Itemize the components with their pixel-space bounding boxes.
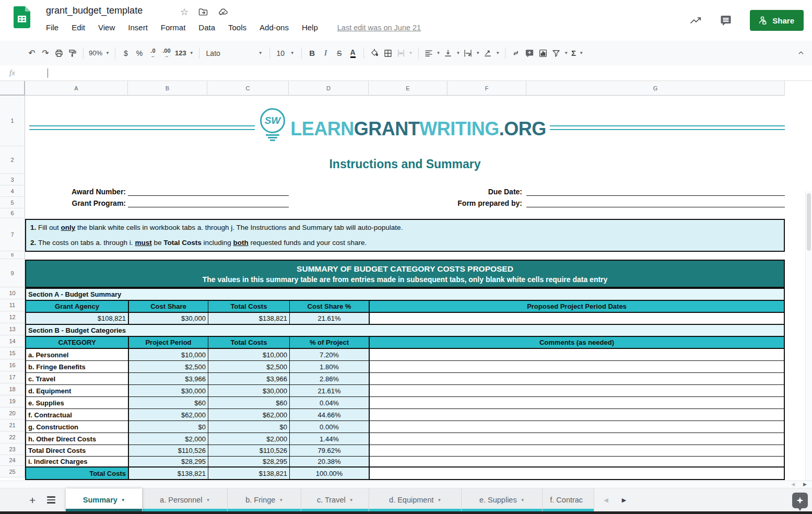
tab-supplies[interactable]: e. Supplies▼: [462, 488, 543, 511]
italic-button[interactable]: I: [319, 46, 333, 60]
tab-menu-icon[interactable]: ▼: [279, 498, 283, 503]
increase-decimal-button[interactable]: .00→: [160, 46, 173, 60]
row-header[interactable]: 23: [0, 443, 25, 455]
header-cost-share[interactable]: Cost Share: [129, 301, 208, 312]
explore-button[interactable]: [792, 493, 808, 508]
project-period-cell[interactable]: $3,966: [129, 373, 208, 384]
row-header[interactable]: 16: [0, 359, 25, 371]
total-costs-value[interactable]: $138,821: [208, 313, 290, 324]
project-period-cell[interactable]: $2,000: [129, 433, 208, 445]
row-header[interactable]: 9: [0, 259, 25, 287]
comment-cell[interactable]: [370, 421, 784, 433]
font-select[interactable]: Lato▼: [203, 46, 266, 60]
menu-help[interactable]: Help: [302, 23, 318, 32]
decrease-decimal-button[interactable]: .0←: [146, 46, 160, 60]
pct-cell[interactable]: 79.62%: [290, 445, 370, 456]
tab-travel[interactable]: c. Travel▼: [301, 488, 369, 511]
category-cell[interactable]: g. Construction: [26, 421, 129, 433]
row-header[interactable]: 5: [0, 197, 25, 208]
comment-cell[interactable]: [370, 397, 784, 408]
fill-color-button[interactable]: [368, 46, 381, 60]
horizontal-scrollbar[interactable]: ◀ ▶: [0, 481, 812, 488]
share-button[interactable]: Share: [750, 10, 804, 31]
menu-data[interactable]: Data: [198, 23, 215, 32]
font-size-select[interactable]: 10▼: [274, 46, 298, 60]
tab-contractual[interactable]: f. Contrac: [543, 488, 594, 511]
category-cell[interactable]: i. Indirect Charges: [26, 457, 129, 466]
tab-menu-icon[interactable]: ▼: [206, 498, 210, 503]
tab-equipment[interactable]: d. Equipment▼: [369, 488, 462, 511]
pct-cell[interactable]: 7.20%: [290, 349, 370, 360]
all-sheets-icon[interactable]: [47, 496, 55, 504]
tab-summary[interactable]: Summary▼: [66, 488, 143, 511]
print-button[interactable]: [52, 46, 66, 60]
category-cell[interactable]: c. Travel: [26, 373, 129, 384]
grant-agency-value[interactable]: $108,821: [26, 313, 129, 324]
comment-cell[interactable]: [370, 445, 784, 456]
comment-cell[interactable]: [370, 349, 784, 360]
project-period-cell[interactable]: $30,000: [129, 385, 208, 396]
total-costs-cell[interactable]: $30,000: [208, 385, 290, 396]
pct-cell[interactable]: 2.86%: [290, 373, 370, 384]
comment-cell[interactable]: [370, 409, 784, 420]
column-header-b[interactable]: B: [128, 81, 207, 96]
pct-cell[interactable]: 1.44%: [290, 433, 370, 445]
project-period-cell[interactable]: $0: [129, 421, 208, 433]
total-costs-cell[interactable]: $2,000: [208, 433, 290, 445]
vertical-align-button[interactable]: ▼: [442, 46, 462, 60]
header-pct-of-project[interactable]: % of Project: [290, 337, 370, 348]
undo-button[interactable]: ↶: [25, 46, 39, 60]
header-category[interactable]: CATEGORY: [26, 337, 129, 348]
star-icon[interactable]: ☆: [180, 6, 189, 18]
collapse-toolbar-icon[interactable]: [796, 48, 806, 57]
insert-chart-button[interactable]: [536, 46, 550, 60]
category-cell[interactable]: d. Equipment: [26, 385, 129, 396]
menu-tools[interactable]: Tools: [228, 23, 246, 32]
tab-menu-icon[interactable]: ▼: [349, 498, 354, 503]
pct-cell[interactable]: 21.61%: [290, 385, 370, 396]
insert-link-button[interactable]: [509, 46, 523, 60]
project-period-cell[interactable]: $110,526: [129, 445, 208, 456]
header-grant-agency[interactable]: Grant Agency: [26, 301, 129, 312]
comment-cell[interactable]: [370, 457, 784, 466]
row-header[interactable]: 3: [0, 174, 25, 185]
total-costs-cell[interactable]: $2,500: [208, 361, 290, 372]
horizontal-align-button[interactable]: ▼: [422, 46, 442, 60]
row-header[interactable]: 18: [0, 383, 25, 395]
filter-button[interactable]: ▼: [550, 46, 570, 60]
format-currency-button[interactable]: $: [119, 46, 133, 60]
pct-cell[interactable]: 20.38%: [290, 457, 370, 466]
row-header[interactable]: 24: [0, 455, 25, 466]
column-header-e[interactable]: E: [369, 81, 448, 96]
redo-button[interactable]: ↷: [39, 46, 52, 60]
cloud-saved-icon[interactable]: [218, 7, 229, 17]
pct-cell[interactable]: 0.04%: [290, 397, 370, 408]
bold-button[interactable]: B: [305, 46, 319, 60]
header-total-costs[interactable]: Total Costs: [208, 301, 290, 312]
row-header[interactable]: 14: [0, 335, 25, 347]
menu-insert[interactable]: Insert: [128, 23, 148, 32]
menu-format[interactable]: Format: [161, 23, 186, 32]
row-header[interactable]: 21: [0, 419, 25, 431]
comment-cell[interactable]: [370, 468, 784, 479]
comment-history-icon[interactable]: [720, 14, 732, 27]
form-prepared-by-field[interactable]: [526, 197, 785, 207]
text-wrap-button[interactable]: ▼: [462, 46, 481, 60]
scroll-left-icon[interactable]: ◀: [791, 482, 795, 487]
project-period-cell[interactable]: $62,000: [129, 409, 208, 420]
pct-cell[interactable]: 44.66%: [290, 409, 370, 420]
tab-personnel[interactable]: a. Personnel▼: [143, 488, 228, 511]
insert-comment-button[interactable]: [523, 46, 536, 60]
row-header[interactable]: 20: [0, 407, 25, 419]
total-costs-cell[interactable]: $138,821: [208, 468, 290, 479]
row-header[interactable]: 1: [0, 96, 25, 146]
pct-cell[interactable]: 1.80%: [290, 361, 370, 372]
tab-menu-icon[interactable]: ▼: [521, 498, 525, 503]
comment-cell[interactable]: [370, 373, 784, 384]
tab-menu-icon[interactable]: ▼: [121, 498, 125, 503]
sheets-logo-icon[interactable]: [14, 6, 30, 28]
cost-share-value[interactable]: $30,000: [129, 313, 208, 324]
comment-cell[interactable]: [370, 361, 784, 372]
project-period-cell[interactable]: $28,295: [129, 457, 208, 466]
row-header[interactable]: 22: [0, 431, 25, 443]
